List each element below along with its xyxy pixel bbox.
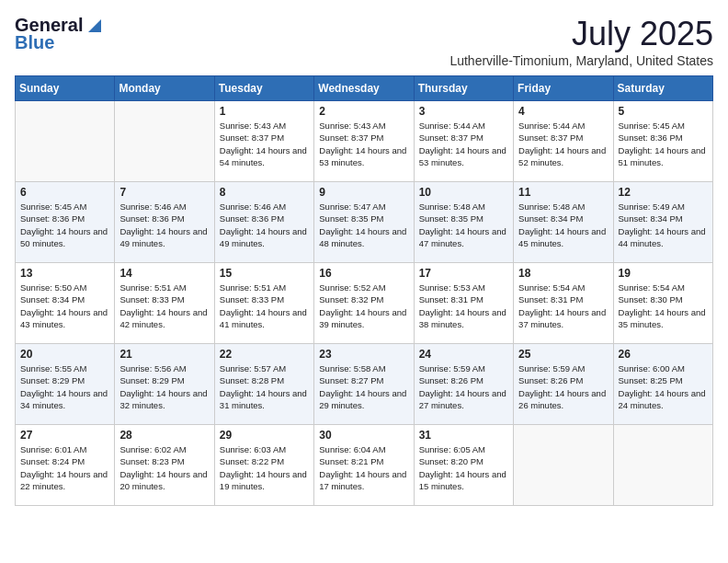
- header-wednesday: Wednesday: [314, 76, 414, 101]
- svg-marker-0: [88, 19, 101, 32]
- table-row: [613, 425, 712, 506]
- day-number: 27: [20, 429, 109, 442]
- table-row: 26Sunrise: 6:00 AMSunset: 8:25 PMDayligh…: [613, 344, 712, 425]
- table-row: 22Sunrise: 5:57 AMSunset: 8:28 PMDayligh…: [214, 344, 313, 425]
- table-row: 12Sunrise: 5:49 AMSunset: 8:34 PMDayligh…: [613, 182, 712, 263]
- cell-details: Sunrise: 5:56 AMSunset: 8:29 PMDaylight:…: [119, 362, 209, 411]
- cell-details: Sunrise: 5:50 AMSunset: 8:34 PMDaylight:…: [20, 282, 109, 330]
- table-row: [115, 101, 214, 182]
- table-row: 4Sunrise: 5:44 AMSunset: 8:37 PMDaylight…: [514, 101, 613, 182]
- cell-details: Sunrise: 5:51 AMSunset: 8:33 PMDaylight:…: [119, 282, 209, 330]
- header-saturday: Saturday: [613, 76, 712, 101]
- table-row: 20Sunrise: 5:55 AMSunset: 8:29 PMDayligh…: [16, 344, 115, 425]
- day-number: 22: [220, 348, 309, 361]
- table-row: 23Sunrise: 5:58 AMSunset: 8:27 PMDayligh…: [314, 344, 414, 425]
- day-number: 23: [319, 348, 408, 361]
- table-row: 9Sunrise: 5:47 AMSunset: 8:35 PMDaylight…: [314, 182, 414, 263]
- header-thursday: Thursday: [414, 76, 513, 101]
- logo-blue: Blue: [15, 32, 54, 53]
- location: Lutherville-Timonium, Maryland, United S…: [449, 53, 713, 68]
- cell-details: Sunrise: 5:55 AMSunset: 8:29 PMDaylight:…: [20, 362, 109, 411]
- cell-details: Sunrise: 5:52 AMSunset: 8:32 PMDaylight:…: [319, 282, 408, 330]
- cell-details: Sunrise: 5:48 AMSunset: 8:34 PMDaylight:…: [518, 201, 608, 249]
- table-row: 19Sunrise: 5:54 AMSunset: 8:30 PMDayligh…: [613, 263, 712, 344]
- day-number: 21: [119, 348, 209, 361]
- cell-details: Sunrise: 6:01 AMSunset: 8:24 PMDaylight:…: [20, 443, 109, 492]
- cell-details: Sunrise: 5:44 AMSunset: 8:37 PMDaylight:…: [419, 120, 508, 168]
- cell-details: Sunrise: 6:05 AMSunset: 8:20 PMDaylight:…: [419, 443, 508, 492]
- table-row: 31Sunrise: 6:05 AMSunset: 8:20 PMDayligh…: [414, 425, 513, 506]
- day-number: 18: [518, 267, 608, 280]
- day-number: 30: [319, 429, 408, 442]
- cell-details: Sunrise: 5:58 AMSunset: 8:27 PMDaylight:…: [319, 362, 408, 411]
- calendar-row-4: 20Sunrise: 5:55 AMSunset: 8:29 PMDayligh…: [16, 344, 713, 425]
- table-row: 13Sunrise: 5:50 AMSunset: 8:34 PMDayligh…: [16, 263, 115, 344]
- month-year: July 2025: [449, 15, 713, 53]
- day-number: 7: [119, 186, 209, 199]
- day-number: 15: [220, 267, 309, 280]
- calendar-row-1: 1Sunrise: 5:43 AMSunset: 8:37 PMDaylight…: [16, 101, 713, 182]
- day-number: 2: [319, 105, 408, 118]
- logo-icon: [85, 16, 105, 36]
- header-tuesday: Tuesday: [214, 76, 313, 101]
- day-number: 25: [518, 348, 608, 361]
- table-row: 27Sunrise: 6:01 AMSunset: 8:24 PMDayligh…: [16, 425, 115, 506]
- day-number: 14: [119, 267, 209, 280]
- day-number: 1: [220, 105, 309, 118]
- cell-details: Sunrise: 5:51 AMSunset: 8:33 PMDaylight:…: [220, 282, 309, 330]
- day-number: 5: [619, 105, 708, 118]
- day-number: 28: [119, 429, 209, 442]
- table-row: 1Sunrise: 5:43 AMSunset: 8:37 PMDaylight…: [214, 101, 313, 182]
- day-number: 3: [419, 105, 508, 118]
- day-number: 16: [319, 267, 408, 280]
- table-row: 16Sunrise: 5:52 AMSunset: 8:32 PMDayligh…: [314, 263, 414, 344]
- weekday-header-row: SundayMondayTuesdayWednesdayThursdayFrid…: [16, 76, 713, 101]
- table-row: 2Sunrise: 5:43 AMSunset: 8:37 PMDaylight…: [314, 101, 414, 182]
- cell-details: Sunrise: 6:00 AMSunset: 8:25 PMDaylight:…: [619, 362, 708, 411]
- table-row: [514, 425, 613, 506]
- day-number: 12: [619, 186, 708, 199]
- table-row: 17Sunrise: 5:53 AMSunset: 8:31 PMDayligh…: [414, 263, 513, 344]
- cell-details: Sunrise: 5:44 AMSunset: 8:37 PMDaylight:…: [518, 120, 608, 168]
- cell-details: Sunrise: 5:54 AMSunset: 8:30 PMDaylight:…: [619, 282, 708, 330]
- table-row: 18Sunrise: 5:54 AMSunset: 8:31 PMDayligh…: [514, 263, 613, 344]
- cell-details: Sunrise: 5:57 AMSunset: 8:28 PMDaylight:…: [220, 362, 309, 411]
- day-number: 10: [419, 186, 508, 199]
- calendar-row-2: 6Sunrise: 5:45 AMSunset: 8:36 PMDaylight…: [16, 182, 713, 263]
- day-number: 9: [319, 186, 408, 199]
- calendar-row-5: 27Sunrise: 6:01 AMSunset: 8:24 PMDayligh…: [16, 425, 713, 506]
- cell-details: Sunrise: 5:45 AMSunset: 8:36 PMDaylight:…: [619, 120, 708, 168]
- cell-details: Sunrise: 5:59 AMSunset: 8:26 PMDaylight:…: [518, 362, 608, 411]
- cell-details: Sunrise: 5:59 AMSunset: 8:26 PMDaylight:…: [419, 362, 508, 411]
- table-row: [16, 101, 115, 182]
- logo: General Blue: [15, 15, 105, 53]
- cell-details: Sunrise: 5:43 AMSunset: 8:37 PMDaylight:…: [220, 120, 309, 168]
- header-sunday: Sunday: [16, 76, 115, 101]
- cell-details: Sunrise: 5:48 AMSunset: 8:35 PMDaylight:…: [419, 201, 508, 249]
- day-number: 26: [619, 348, 708, 361]
- page-header: General Blue July 2025 Lutherville-Timon…: [15, 15, 713, 68]
- day-number: 4: [518, 105, 608, 118]
- cell-details: Sunrise: 6:03 AMSunset: 8:22 PMDaylight:…: [220, 443, 309, 492]
- table-row: 11Sunrise: 5:48 AMSunset: 8:34 PMDayligh…: [514, 182, 613, 263]
- table-row: 6Sunrise: 5:45 AMSunset: 8:36 PMDaylight…: [16, 182, 115, 263]
- table-row: 5Sunrise: 5:45 AMSunset: 8:36 PMDaylight…: [613, 101, 712, 182]
- table-row: 10Sunrise: 5:48 AMSunset: 8:35 PMDayligh…: [414, 182, 513, 263]
- cell-details: Sunrise: 5:46 AMSunset: 8:36 PMDaylight:…: [220, 201, 309, 249]
- header-friday: Friday: [514, 76, 613, 101]
- table-row: 7Sunrise: 5:46 AMSunset: 8:36 PMDaylight…: [115, 182, 214, 263]
- day-number: 17: [419, 267, 508, 280]
- cell-details: Sunrise: 5:49 AMSunset: 8:34 PMDaylight:…: [619, 201, 708, 249]
- day-number: 13: [20, 267, 109, 280]
- day-number: 11: [518, 186, 608, 199]
- table-row: 14Sunrise: 5:51 AMSunset: 8:33 PMDayligh…: [115, 263, 214, 344]
- table-row: 3Sunrise: 5:44 AMSunset: 8:37 PMDaylight…: [414, 101, 513, 182]
- day-number: 31: [419, 429, 508, 442]
- cell-details: Sunrise: 5:46 AMSunset: 8:36 PMDaylight:…: [119, 201, 209, 249]
- header-monday: Monday: [115, 76, 214, 101]
- cell-details: Sunrise: 5:54 AMSunset: 8:31 PMDaylight:…: [518, 282, 608, 330]
- cell-details: Sunrise: 5:45 AMSunset: 8:36 PMDaylight:…: [20, 201, 109, 249]
- day-number: 20: [20, 348, 109, 361]
- table-row: 29Sunrise: 6:03 AMSunset: 8:22 PMDayligh…: [214, 425, 313, 506]
- day-number: 8: [220, 186, 309, 199]
